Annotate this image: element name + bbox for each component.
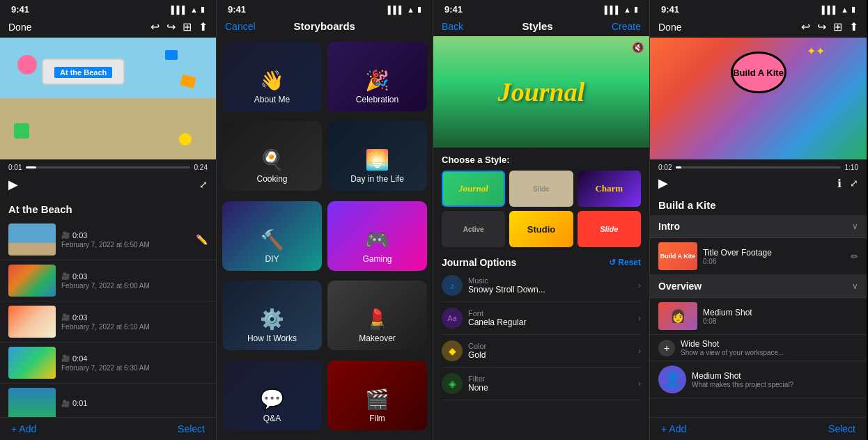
cancel-button-2[interactable]: Cancel — [225, 21, 256, 32]
play-button-4[interactable]: ▶ — [658, 175, 668, 191]
wifi-icon-3: ▲ — [623, 6, 631, 14]
style-slide2[interactable]: Slide — [578, 211, 641, 247]
undo-icon[interactable]: ↩ — [150, 20, 160, 33]
scene-item-4[interactable]: 🎥 0:04 February 7, 2022 at 6:30 AM — [0, 343, 216, 384]
option-filter-content: Filter None — [468, 375, 638, 393]
reset-button[interactable]: ↺ Reset — [609, 258, 641, 267]
overview-item-1[interactable]: 👩 Medium Shot 0:08 — [650, 298, 867, 335]
overview-label-2: Wide Shot — [681, 339, 858, 349]
layout-icon-4[interactable]: ⊞ — [833, 20, 842, 33]
accordion-intro[interactable]: Intro ∨ — [650, 215, 867, 238]
overview-label-1: Medium Shot — [703, 308, 858, 317]
back-button-3[interactable]: Back — [442, 21, 463, 32]
storyboard-how-it-works[interactable]: ⚙️ How It Works — [222, 281, 322, 350]
storyboard-film[interactable]: 🎬 Film — [327, 361, 427, 430]
cooking-icon: 🍳 — [260, 148, 284, 171]
share-icon-4[interactable]: ⬆ — [849, 20, 858, 33]
kite-video-preview: Build A Kite ✦✦ — [650, 38, 867, 159]
overview-item-2[interactable]: + Wide Shot Show a view of your workspac… — [650, 335, 867, 361]
expand-button-1[interactable]: ⤢ — [199, 179, 208, 190]
status-time-1: 9:41 — [11, 4, 29, 15]
mute-button-3[interactable]: 🔇 — [632, 42, 644, 53]
storyboard-celebration[interactable]: 🎉 Celebration — [327, 42, 427, 111]
option-color[interactable]: ◆ Color Gold › — [442, 335, 641, 368]
styles-preview-title: Journal — [498, 77, 585, 107]
intro-info-1: Title Over Footage 0:06 — [703, 248, 845, 265]
info-button-4[interactable]: ℹ — [837, 177, 842, 190]
storyboard-makeover[interactable]: 💄 Makeover — [327, 281, 427, 350]
scene-info-5: 🎥 0:01 — [61, 399, 208, 409]
overview-item-3[interactable]: 👤 Medium Shot What makes this project sp… — [650, 361, 867, 398]
scene-item-3[interactable]: 🎥 0:03 February 7, 2022 at 6:10 AM — [0, 301, 216, 343]
style-charm[interactable]: Charm — [578, 171, 641, 207]
time-current-4: 0:02 — [658, 164, 672, 171]
style-studio[interactable]: Studio — [509, 211, 573, 247]
storyboard-about-me[interactable]: 👋 About Me — [222, 42, 322, 111]
layout-icon[interactable]: ⊞ — [183, 20, 192, 33]
storyboard-qa[interactable]: 💬 Q&A — [222, 361, 322, 430]
option-font[interactable]: Aa Font Canela Regular › — [442, 302, 641, 335]
signal-icon-4: ▌▌▌ — [822, 6, 838, 14]
qa-icon: 💬 — [260, 388, 284, 411]
scene-item-2[interactable]: 🎥 0:03 February 7, 2022 at 6:00 AM — [0, 260, 216, 301]
storyboard-cooking[interactable]: 🍳 Cooking — [222, 121, 322, 191]
undo-icon-4[interactable]: ↩ — [801, 20, 810, 33]
status-bar-2: 9:41 ▌▌▌ ▲ ▮ — [217, 0, 433, 17]
style-journal[interactable]: Journal — [442, 171, 505, 207]
nav-icons-1: ↩ ↪ ⊞ ⬆ — [150, 20, 208, 33]
status-icons-2: ▌▌▌ ▲ ▮ — [388, 5, 421, 14]
scene-info-3: 🎥 0:03 February 7, 2022 at 6:10 AM — [61, 313, 208, 331]
choose-style-label: Choose a Style: — [442, 155, 641, 165]
accordion-overview[interactable]: Overview ∨ — [650, 275, 867, 298]
share-icon[interactable]: ⬆ — [199, 20, 208, 33]
nav-bar-1: Done ↩ ↪ ⊞ ⬆ — [0, 17, 216, 38]
redo-icon[interactable]: ↪ — [166, 20, 176, 33]
done-button-4[interactable]: Done — [658, 22, 681, 33]
add-button-1[interactable]: + Add — [11, 423, 36, 434]
intro-thumb-1: Build A Kite — [658, 242, 697, 270]
timeline-track-4[interactable] — [676, 166, 840, 168]
style-slide[interactable]: Slide — [509, 171, 573, 207]
timeline-bar-4: 0:02 1:10 — [658, 164, 858, 171]
color-label: Color — [468, 342, 638, 350]
scene-edit-1[interactable]: ✏️ — [196, 234, 208, 245]
sticker-blue-rect — [165, 50, 178, 60]
expand-button-4[interactable]: ⤢ — [850, 178, 858, 189]
intro-item-1[interactable]: Build A Kite Title Over Footage 0:06 ✏ — [650, 238, 867, 275]
done-button-1[interactable]: Done — [8, 22, 31, 33]
filter-chevron: › — [638, 379, 641, 388]
timeline-bar-1: 0:01 0:24 — [8, 164, 208, 171]
add-button-4[interactable]: + Add — [661, 423, 686, 434]
style-active[interactable]: Active — [442, 211, 505, 247]
create-button-3[interactable]: Create — [612, 21, 641, 32]
beach-scene: At the Beach — [0, 38, 216, 159]
timeline-track-1[interactable] — [26, 166, 189, 168]
battery-icon-4: ▮ — [851, 5, 855, 14]
option-filter[interactable]: ◈ Filter None › — [442, 368, 641, 400]
storyboard-day-in-life[interactable]: 🌅 Day in the Life — [327, 121, 427, 191]
music-label: Music — [468, 276, 638, 285]
scene-item-1[interactable]: 🎥 0:03 February 7, 2022 at 6:50 AM ✏️ — [0, 219, 216, 260]
scene-list-1: At the Beach 🎥 0:03 February 7, 2022 at … — [0, 198, 216, 417]
person-icon-3: 👤 — [658, 366, 686, 393]
styles-content: Choose a Style: Journal Slide Charm Acti… — [433, 148, 649, 440]
scene-duration-5: 0:01 — [72, 399, 87, 407]
status-time-2: 9:41 — [228, 4, 246, 15]
storyboard-diy[interactable]: 🔨 DIY — [222, 201, 322, 271]
select-button-4[interactable]: Select — [828, 423, 855, 434]
play-button-1[interactable]: ▶ — [8, 177, 18, 192]
camera-icon-2: 🎥 — [61, 272, 70, 280]
timeline-progress-1 — [26, 166, 36, 168]
filter-label: Filter — [468, 375, 638, 383]
select-button-1[interactable]: Select — [178, 423, 205, 434]
kite-scene-title: Build a Kite — [650, 195, 867, 215]
time-total-4: 1:10 — [845, 164, 858, 171]
option-music[interactable]: ♪ Music Snowy Stroll Down... › — [442, 269, 641, 302]
camera-icon-3: 🎥 — [61, 313, 70, 321]
scene-item-5[interactable]: 🎥 0:01 — [0, 384, 216, 417]
storyboard-gaming[interactable]: 🎮 Gaming — [327, 201, 427, 271]
status-icons-3: ▌▌▌ ▲ ▮ — [605, 5, 638, 14]
intro-edit-1[interactable]: ✏ — [851, 251, 858, 262]
redo-icon-4[interactable]: ↪ — [817, 20, 826, 33]
status-bar-1: 9:41 ▌▌▌ ▲ ▮ — [0, 0, 216, 17]
